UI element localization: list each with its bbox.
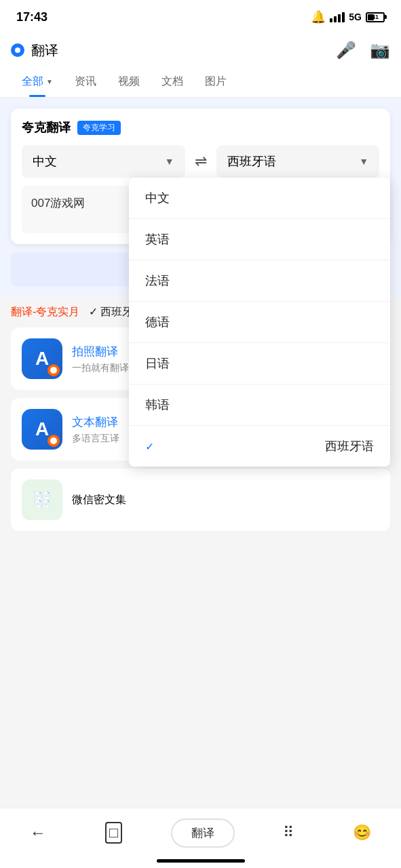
tab-docs[interactable]: 文档 xyxy=(151,66,194,97)
search-action-icons: 🎤 📷 xyxy=(336,41,390,60)
search-title: 翻译 xyxy=(31,41,58,60)
nav-grid-button[interactable]: ⠿ xyxy=(272,818,305,847)
target-lang-arrow-icon: ▼ xyxy=(359,156,368,167)
battery-level: 41 xyxy=(372,14,379,20)
mini-card-icon: 📄📄📄📄 xyxy=(22,479,62,520)
signal-bars xyxy=(330,12,345,22)
status-bar: 17:43 🔔 5G 41 xyxy=(0,0,401,34)
check-mark-icon: ✓ xyxy=(145,440,154,453)
widget-badge: 夸克学习 xyxy=(77,121,121,135)
search-left: 翻译 xyxy=(11,41,58,60)
language-selector-row: 中文 ▼ ⇌ 西班牙语 ▼ xyxy=(22,145,379,178)
target-lang-button[interactable]: 西班牙语 ▼ xyxy=(216,145,380,178)
profile-icon: 😊 xyxy=(353,824,371,842)
source-lang-button[interactable]: 中文 ▼ xyxy=(22,145,185,178)
battery-indicator: 41 xyxy=(366,12,385,22)
app-icon-text-translate: A xyxy=(22,409,62,450)
swap-lang-button[interactable]: ⇌ xyxy=(192,153,210,170)
tab-bar: 全部 ▼ 资讯 视频 文档 图片 xyxy=(0,66,401,98)
target-lang-label: 西班牙语 xyxy=(227,153,276,170)
nav-translate-button[interactable]: 翻译 xyxy=(171,818,235,848)
search-bar: 翻译 🎤 📷 xyxy=(0,34,401,66)
mini-card-wechat: 📄📄📄📄 微信密文集 xyxy=(11,469,390,531)
dropdown-item-french[interactable]: 法语 xyxy=(129,260,390,302)
dropdown-item-korean[interactable]: 韩语 xyxy=(129,384,390,426)
back-arrow-icon: ← xyxy=(30,823,46,842)
tab-all[interactable]: 全部 ▼ xyxy=(11,66,64,97)
source-lang-arrow-icon: ▼ xyxy=(165,156,174,167)
camera-icon[interactable]: 📷 xyxy=(370,41,390,60)
home-indicator xyxy=(157,859,245,863)
tab-news[interactable]: 资讯 xyxy=(64,66,107,97)
nav-tabs-button[interactable]: □ xyxy=(94,816,133,849)
brand-logo xyxy=(11,43,24,57)
status-icons: 🔔 5G 41 xyxy=(311,9,385,24)
dropdown-item-spanish[interactable]: ✓ 西班牙语 xyxy=(129,426,390,467)
dropdown-item-japanese[interactable]: 日语 xyxy=(129,343,390,384)
mic-icon[interactable]: 🎤 xyxy=(336,41,356,60)
signal-5g-label: 5G xyxy=(349,12,362,22)
chevron-down-icon: ▼ xyxy=(46,78,53,85)
tab-video[interactable]: 视频 xyxy=(107,66,151,97)
status-time: 17:43 xyxy=(16,10,47,24)
notification-icon: 🔔 xyxy=(311,9,326,24)
dropdown-item-english[interactable]: 英语 xyxy=(129,219,390,260)
language-dropdown: 中文 英语 法语 德语 日语 韩语 ✓ 西班牙语 xyxy=(129,178,390,467)
source-lang-label: 中文 xyxy=(33,153,57,170)
tabs-icon: □ xyxy=(105,822,122,844)
widget-title: 夸克翻译 xyxy=(22,119,71,136)
app-icon-photo-translate: A xyxy=(22,338,62,379)
nav-profile-button[interactable]: 😊 xyxy=(342,818,382,847)
dropdown-item-german[interactable]: 德语 xyxy=(129,302,390,343)
main-content: 夸克翻译 夸克学习 中文 ▼ ⇌ 西班牙语 ▼ 007游戏网 中文 英语 xyxy=(0,98,401,297)
mini-card-title: 微信密文集 xyxy=(72,493,126,507)
dropdown-item-chinese[interactable]: 中文 xyxy=(129,178,390,219)
app-icon-badge xyxy=(47,364,60,376)
grid-icon: ⠿ xyxy=(283,824,294,842)
app-icon-badge-2 xyxy=(47,435,60,447)
tab-images[interactable]: 图片 xyxy=(194,66,237,97)
widget-header: 夸克翻译 夸克学习 xyxy=(22,119,379,136)
nav-back-button[interactable]: ← xyxy=(19,818,57,848)
